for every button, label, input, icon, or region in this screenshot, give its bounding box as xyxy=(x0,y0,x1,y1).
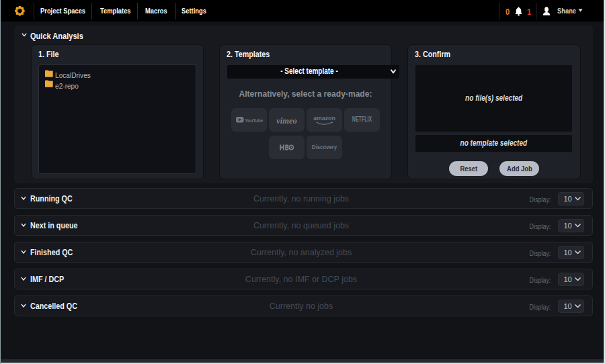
svg-text:YouTube: YouTube xyxy=(245,118,264,123)
